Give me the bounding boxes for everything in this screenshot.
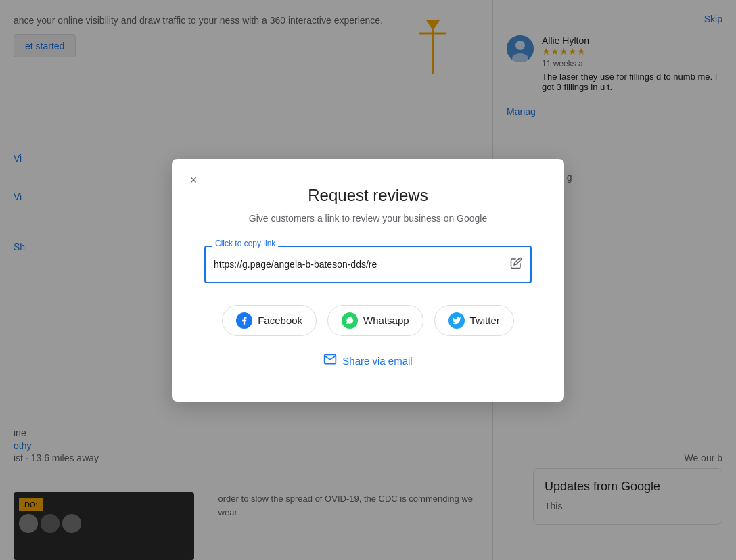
email-share-label: Share via email [342,355,412,367]
link-copy-container[interactable]: Click to copy link https://g.page/angela… [204,246,532,283]
edit-icon [510,257,522,272]
whatsapp-button[interactable]: Whatsapp [327,305,423,336]
link-input-wrapper[interactable]: https://g.page/angela-b-bateson-dds/re [204,246,532,283]
whatsapp-label: Whatsapp [363,314,409,326]
whatsapp-icon [342,312,358,329]
close-icon: × [190,173,198,187]
twitter-label: Twitter [470,314,500,326]
twitter-button[interactable]: Twitter [434,305,514,336]
facebook-button[interactable]: Facebook [222,305,317,336]
modal-subtitle: Give customers a link to review your bus… [204,213,532,224]
modal-title: Request reviews [204,186,532,205]
share-buttons-row: Facebook Whatsapp Twitter [204,305,532,336]
email-icon [323,352,337,369]
modal-overlay: × Request reviews Give customers a link … [0,0,736,560]
email-share-button[interactable]: Share via email [204,352,532,369]
facebook-label: Facebook [258,314,302,326]
twitter-icon [448,312,465,329]
facebook-icon [236,312,252,329]
link-label: Click to copy link [212,239,278,248]
link-text: https://g.page/angela-b-bateson-dds/re [214,259,505,270]
request-reviews-modal: × Request reviews Give customers a link … [172,159,564,402]
close-button[interactable]: × [183,170,204,191]
